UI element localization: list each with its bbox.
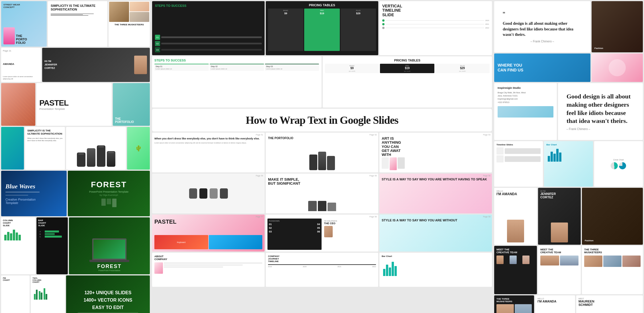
- pricing-title-dark: PRICING TABLES: [268, 3, 376, 7]
- right-row-5: HELLO I'M AMANDA HI I'M JENNIFERCORTEZ: [494, 188, 643, 245]
- page-51-label: Page 51: [256, 134, 263, 136]
- two-col-chart-title: TWO-COLUMNCHART: [32, 277, 63, 283]
- slide-amanda-1[interactable]: Page 21 AMANDA Lorem ipsum dolor sit ame…: [1, 48, 41, 82]
- slide-charts-area[interactable]: Bar Chart: [379, 253, 492, 287]
- slide-pink-abstract[interactable]: [592, 53, 643, 82]
- meet-team-title-1: MEET THECREATIVE TEAM: [496, 248, 535, 254]
- features-unique-slides: 120+ UNIQUE SLIDES: [85, 290, 132, 295]
- slide-find-us[interactable]: WHERE YOUCAN FIND US: [494, 53, 590, 82]
- slide-quote-1[interactable]: " Good design is all about making other …: [494, 1, 590, 52]
- page-57-label: Page 57: [256, 216, 263, 218]
- headline-text: How to Wrap Text in Google Slides: [158, 114, 486, 126]
- slide-page51[interactable]: Page 51 When you don't dress like everyb…: [152, 133, 265, 172]
- center-second-row: STEPS TO SUCCESS Step 01 Lorem ipsum dol…: [152, 56, 492, 108]
- slide-musketeers-3[interactable]: THE THREEMUSKETEERS: [494, 295, 534, 313]
- slide-page56[interactable]: Page 56 STYLE IS A WAY TO SAY WHO YOU AR…: [379, 174, 492, 213]
- page-55-label: Page 55: [369, 175, 377, 177]
- slide-meet-team-1[interactable]: MEET THECREATIVE TEAM: [494, 246, 537, 294]
- slide-about-company[interactable]: ABOUTCOMPANY: [152, 253, 265, 287]
- left-row-5: Blue Waves Creative PresentationTemplate…: [1, 171, 150, 216]
- slide-page54[interactable]: Page 54: [152, 174, 265, 213]
- slide-company-timeline[interactable]: COMPANYJOURNEYTIMELINE 2019 2020 2021 20…: [266, 253, 378, 287]
- slide-two-col-chart[interactable]: TWO-COLUMNCHART: [31, 275, 65, 313]
- slide-circle-chart[interactable]: Circle Chart: [594, 141, 643, 187]
- slide-three-musketeers-1[interactable]: THE THREE MUSKETEERS: [109, 1, 150, 47]
- slide-page53[interactable]: Page 53 ART ISANYTHINGYOU CANGET AWATWIT…: [379, 133, 492, 172]
- page-52-label: Page 52: [369, 134, 377, 136]
- charts-area-title: Bar Chart: [382, 255, 490, 258]
- page-56-label: Page 56: [483, 175, 490, 177]
- slide-page59[interactable]: Page 59 STYLE IS A WAY TO SAY WHO YOU AR…: [379, 215, 492, 252]
- quote-2-author: – Frank Chimero –: [567, 127, 634, 131]
- slide-teal-plant[interactable]: THEPORTOFOLIO: [113, 83, 150, 126]
- slide-cactus[interactable]: 🌵: [127, 127, 150, 170]
- slide-simplicity-text-1: SIMPLICITY IS THE ULTIMATE SOPHISTICATIO…: [51, 4, 105, 11]
- pastel-title-57: PASTEL: [154, 219, 262, 225]
- left-row-3: PASTEL Presentation Template THEPORTOFOL…: [1, 83, 150, 126]
- slide-page52[interactable]: Page 52 THE PORTOFOLIO: [266, 133, 378, 172]
- slide-simplicity-2[interactable]: SIMPLICITY IS THE ULTIMATE SOPHISTICATIO…: [25, 127, 65, 170]
- features-vector-icons: 1400+ VECTOR ICONS: [84, 298, 132, 303]
- slide-fashion-photo-1[interactable]: Fashion: [592, 1, 643, 52]
- slide-steps-white[interactable]: STEPS TO SUCCESS Step 01 Lorem ipsum dol…: [152, 56, 322, 108]
- slide-page58[interactable]: Page 58 RUNDOWN 01 04 02 05: [266, 215, 378, 252]
- slide-forest-title[interactable]: FOREST PowerPoint Presentation Template …: [68, 171, 150, 216]
- slide-amanda-2[interactable]: HELLO I'M AMANDA: [535, 295, 575, 313]
- slide-steps-to-success[interactable]: STEPS TO SUCCESS 01 02 03: [152, 1, 265, 55]
- slide-column-chart[interactable]: COLUMNCHARTSLIDE: [1, 217, 35, 274]
- slide-hello-amanda[interactable]: HELLO I'M AMANDA: [494, 188, 537, 245]
- slide-jennifer-cortez-2[interactable]: HI I'M JENNIFERCORTEZ: [538, 188, 581, 245]
- slide-teal-chairs-2[interactable]: [1, 127, 24, 170]
- center-main-grid: Page 51 When you don't dress like everyb…: [152, 133, 492, 213]
- left-row-2: Page 21 AMANDA Lorem ipsum dolor sit ame…: [1, 48, 150, 82]
- features-easy-edit: EASY TO EDIT: [92, 305, 124, 310]
- right-row-1: " Good design is all about making other …: [494, 1, 643, 52]
- slide-page57[interactable]: Page 57 PASTEL Keyboard: [152, 215, 265, 252]
- left-column: STREET WEARCONCEPT THEPORTOFOLIO SIMPLIC…: [0, 0, 151, 313]
- slide-jennifer-1[interactable]: HI I'MJENNIFERCORTEZ: [42, 48, 150, 82]
- meet-team-title-2: MEET THECREATIVE TEAM: [540, 248, 578, 254]
- center-column: STEPS TO SUCCESS 01 02 03: [151, 0, 493, 313]
- slide-pricing-white[interactable]: PRICING TABLES BASIC $9 per month PRO $1…: [323, 56, 492, 108]
- slide-page55[interactable]: Page 55 MAKE IT SIMPLE,BUT SIGNIFICANT: [266, 174, 378, 213]
- right-row-4: Timeline Slides Bar Char: [494, 141, 643, 187]
- slide-location-info[interactable]: Inspiresigin Studio Braga City Walk, 3th…: [494, 83, 557, 140]
- right-row-7: THE THREEMUSKETEERS HELLO I'M AMANDA: [494, 295, 643, 313]
- center-last-grid: ABOUTCOMPANY COMPANYJOURNEYTIMELINE: [152, 253, 492, 287]
- slide-meet-team-2[interactable]: MEET THECREATIVE TEAM: [538, 246, 581, 294]
- slide-simplicity-text-2: SIMPLICITY IS THE ULTIMATE SOPHISTICATIO…: [27, 129, 63, 135]
- slide-timeline-grid-1[interactable]: Timeline Slides: [494, 141, 543, 187]
- slide-quote-2[interactable]: Good design is all about making other de…: [558, 83, 643, 140]
- column-chart-title: COLUMNCHARTSLIDE: [3, 219, 34, 227]
- find-us-title: WHERE YOUCAN FIND US: [498, 63, 587, 73]
- bar-chart-title: BARCHARTSLIDE: [38, 219, 66, 227]
- headline-banner: How to Wrap Text in Google Slides: [152, 109, 492, 131]
- slide-bar-chart-2[interactable]: Bar Chart: [544, 141, 593, 187]
- slide-bar-chart[interactable]: BARCHARTSLIDE A B C: [36, 217, 68, 274]
- quote-1-author: – Frank Chimero –: [503, 40, 582, 43]
- quote-1-text: Good design is all about making other de…: [503, 21, 582, 38]
- quote-2-text: Good design is all about making other de…: [567, 92, 634, 125]
- page-59-label: Page 59: [483, 216, 490, 218]
- slide-pastel-title[interactable]: PASTEL Presentation Template: [36, 83, 112, 126]
- slide-phones-grid[interactable]: [66, 127, 126, 170]
- slide-meet-maureen[interactable]: MEET MAUREENSCHMIDT: [576, 295, 643, 313]
- slide-simplicity-1[interactable]: SIMPLICITY IS THE ULTIMATE SOPHISTICATIO…: [48, 1, 107, 47]
- style-is-title-2: STYLE IS A WAY TO SAY WHO YOU ARE WITHOU…: [382, 219, 490, 222]
- slide-blue-waves[interactable]: Blue Waves Creative PresentationTemplate: [1, 171, 67, 216]
- slide-forest-features[interactable]: 120+ UNIQUE SLIDES 1400+ VECTOR ICONS EA…: [66, 275, 150, 313]
- slide-pink-seats[interactable]: [1, 83, 35, 126]
- slide-street-wear[interactable]: STREET WEARCONCEPT THEPORTOFOLIO: [1, 1, 47, 47]
- slide-pie-chart[interactable]: PIECHART: [1, 275, 30, 313]
- slide-forest-laptop[interactable]: FOREST PowerPoint Presentation: [69, 217, 150, 274]
- slide-pricing-tables-dark[interactable]: PRICING TABLES BASIC $9 PRO $19 PLUS $29: [266, 1, 378, 55]
- center-top-row: STEPS TO SUCCESS 01 02 03: [152, 1, 492, 55]
- slide-three-musketeers-2[interactable]: THE THREEMUSKETEERS: [582, 246, 643, 294]
- slide-vertical-timeline[interactable]: VERTICALTIMELINESLIDE 2020 2021: [379, 1, 492, 55]
- left-row-4: SIMPLICITY IS THE ULTIMATE SOPHISTICATIO…: [1, 127, 150, 170]
- art-is-title: ART ISANYTHINGYOU CANGET AWATWITH: [382, 137, 490, 157]
- left-row-7: PIECHART TWO-COLUMNCHART: [1, 275, 150, 313]
- three-musketeers-title-2: THE THREEMUSKETEERS: [584, 248, 641, 254]
- main-layout: STREET WEARCONCEPT THEPORTOFOLIO SIMPLIC…: [0, 0, 644, 313]
- slide-fashion-man[interactable]: Fashion: [582, 188, 643, 245]
